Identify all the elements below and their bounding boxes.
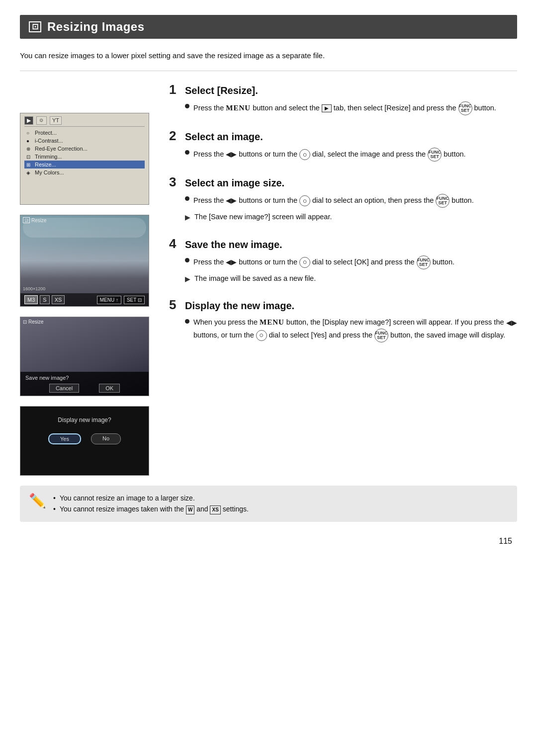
save-dialog: Save new image? Cancel OK <box>20 372 149 396</box>
display-dialog-text: Display new image? <box>20 407 149 428</box>
step-3-bullet-1: Press the ◀▶ buttons or turn the ○ dial … <box>185 194 517 208</box>
step-2-header: 2 Select an image. <box>169 129 517 143</box>
screen3-label: ⊡ Resize <box>23 319 44 325</box>
resolution-text: 1600×1200 <box>23 286 45 291</box>
note-line-2: • You cannot resize images taken with th… <box>53 504 508 514</box>
tab-play: ▶ <box>24 116 33 125</box>
step-5-title: Display the new image. <box>185 300 294 312</box>
step-2-number: 2 <box>169 129 180 142</box>
screen-resize: ⊡ Resize 1600×1200 M3 S XS MENU ↑ SET ⊡ <box>20 215 149 307</box>
func-set-button-3: FUNCSET <box>436 194 449 208</box>
size-xs: XS <box>52 295 65 304</box>
step-5-bullet-1: When you press the MENU button, the [Dis… <box>185 317 517 342</box>
menu-word: MENU <box>226 104 251 112</box>
save-dialog-buttons: Cancel OK <box>25 384 144 393</box>
bullet-circle <box>185 258 189 262</box>
page-number: 115 <box>20 537 517 546</box>
bullet-circle <box>185 319 189 324</box>
tab-settings1: ⛭ <box>36 116 47 125</box>
func-set-button-5: FUNCSET <box>374 329 388 342</box>
size-s: S <box>40 295 49 304</box>
screen2-bottom-bar: M3 S XS MENU ↑ SET ⊡ <box>20 293 149 306</box>
dial-icon-4: ○ <box>256 330 267 341</box>
lr-arrows-icon-2: ◀▶ <box>226 195 237 206</box>
ok-button[interactable]: OK <box>99 384 120 393</box>
step-2-bullet-1: Press the ◀▶ buttons or turn the ○ dial,… <box>185 148 517 162</box>
menu-item-icontrast: ● i-Contrast... <box>24 137 145 145</box>
menu-word-2: MENU <box>260 318 284 326</box>
menu-item-resize: ⊞ Resize... <box>24 161 145 168</box>
save-dialog-text: Save new image? <box>25 375 144 381</box>
step-4-number: 4 <box>169 237 180 250</box>
main-content: ▶ ⛭ YT ○ Protect... ● i-Contrast... ⊗ Re… <box>20 83 517 476</box>
step-3-body: Press the ◀▶ buttons or turn the ○ dial … <box>169 194 517 223</box>
menu-item-trimming: ⊡ Trimming... <box>24 153 145 161</box>
dial-icon-3: ○ <box>299 257 310 268</box>
step-4-text-1: Press the ◀▶ buttons or turn the ○ dial … <box>193 255 517 269</box>
step-3-number: 3 <box>169 175 180 188</box>
step-1-body: Press the MENU button and select the ▶ t… <box>169 101 517 115</box>
step-3-text-1: Press the ◀▶ buttons or turn the ○ dial … <box>193 194 517 208</box>
note-line-1: • You cannot resize an image to a larger… <box>53 493 508 504</box>
step-4-header: 4 Save the new image. <box>169 237 517 251</box>
dial-icon: ○ <box>299 149 310 160</box>
arrow-icon-2: ▶ <box>185 274 190 285</box>
tab-settings2: YT <box>50 116 62 125</box>
display-buttons: Yes No <box>20 433 149 444</box>
step-2: 2 Select an image. Press the ◀▶ buttons … <box>169 129 517 162</box>
intro-paragraph: You can resize images to a lower pixel s… <box>20 50 517 71</box>
step-3-title: Select an image size. <box>185 177 284 189</box>
step-1: 1 Select [Resize]. Press the MENU button… <box>169 83 517 115</box>
no-button[interactable]: No <box>91 433 121 444</box>
step-3: 3 Select an image size. Press the ◀▶ but… <box>169 175 517 223</box>
step-1-bullet-1: Press the MENU button and select the ▶ t… <box>185 101 517 115</box>
step-1-number: 1 <box>169 83 180 96</box>
icontrast-icon: ● <box>26 138 32 144</box>
step-5-number: 5 <box>169 298 180 311</box>
play-tab-icon: ▶ <box>322 104 332 112</box>
screenshots-column: ▶ ⛭ YT ○ Protect... ● i-Contrast... ⊗ Re… <box>20 83 154 476</box>
menu-button: MENU ↑ <box>97 296 121 304</box>
menu-item-mycolors: ◈ My Colors... <box>24 168 145 176</box>
func-set-button-1: FUNCSET <box>458 101 472 115</box>
step-4: 4 Save the new image. Press the ◀▶ butto… <box>169 237 517 285</box>
step-1-text-1: Press the MENU button and select the ▶ t… <box>193 101 517 115</box>
step-4-bullet-1: Press the ◀▶ buttons or turn the ○ dial … <box>185 255 517 269</box>
step-4-body: Press the ◀▶ buttons or turn the ○ dial … <box>169 255 517 285</box>
screen2-label: ⊡ Resize <box>23 217 47 223</box>
screen-display: Display new image? Yes No <box>20 406 149 476</box>
step-4-text-2: The image will be saved as a new file. <box>194 273 517 284</box>
step-4-bullet-2: ▶ The image will be saved as a new file. <box>185 273 517 285</box>
step-1-header: 1 Select [Resize]. <box>169 83 517 96</box>
lr-arrows-icon-4: ◀▶ <box>506 318 517 329</box>
resize-icon: ⊞ <box>26 162 32 168</box>
step-3-header: 3 Select an image size. <box>169 175 517 189</box>
screen-save: ⊡ Resize Save new image? Cancel OK <box>20 317 149 396</box>
func-set-button-2: FUNCSET <box>428 148 442 162</box>
step-2-title: Select an image. <box>185 131 263 143</box>
step-3-text-2: The [Save new image?] screen will appear… <box>194 211 517 222</box>
step-2-body: Press the ◀▶ buttons or turn the ○ dial,… <box>169 148 517 162</box>
cancel-button[interactable]: Cancel <box>49 384 79 393</box>
bullet-circle <box>185 150 189 155</box>
bullet-circle <box>185 196 189 201</box>
redeye-icon: ⊗ <box>26 146 32 152</box>
note-lines: • You cannot resize an image to a larger… <box>53 493 508 515</box>
screen-menu: ▶ ⛭ YT ○ Protect... ● i-Contrast... ⊗ Re… <box>20 113 149 205</box>
step-5-body: When you press the MENU button, the [Dis… <box>169 317 517 342</box>
dial-icon-2: ○ <box>299 195 310 206</box>
step-1-title: Select [Resize]. <box>185 85 258 96</box>
title-bar: ⊡ Resizing Images <box>20 15 517 39</box>
step-3-bullet-2: ▶ The [Save new image?] screen will appe… <box>185 211 517 223</box>
step-2-text-1: Press the ◀▶ buttons or turn the ○ dial,… <box>193 148 517 162</box>
bullet-circle <box>185 104 189 108</box>
func-set-button-4: FUNCSET <box>417 255 431 269</box>
xs-icon: XS <box>210 505 220 514</box>
mycolors-icon: ◈ <box>26 170 32 175</box>
section-icon: ⊡ <box>29 21 41 32</box>
menu-item-redeye: ⊗ Red-Eye Correction... <box>24 145 145 153</box>
yes-button[interactable]: Yes <box>48 433 81 444</box>
step-5: 5 Display the new image. When you press … <box>169 298 517 342</box>
protect-icon: ○ <box>26 130 32 136</box>
size-m3: M3 <box>24 295 38 304</box>
